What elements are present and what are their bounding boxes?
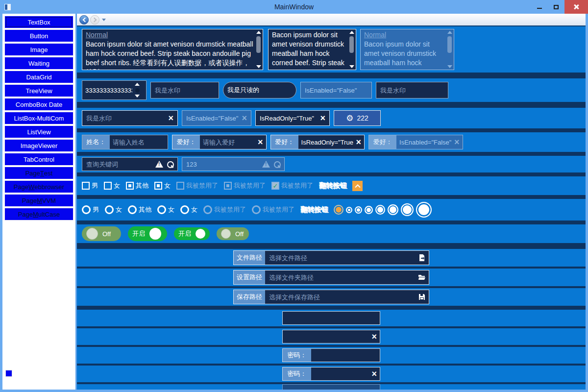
watermark-input[interactable] (155, 87, 215, 94)
readonly-pill-textbox[interactable] (223, 82, 296, 98)
clear-icon[interactable]: × (356, 138, 362, 147)
scrollbar[interactable] (255, 30, 262, 69)
close-button[interactable] (564, 0, 588, 14)
radio-female[interactable]: 女 (105, 205, 122, 214)
spinner-down-icon[interactable] (135, 95, 140, 98)
minimize-button[interactable] (531, 0, 548, 14)
sidebar-item-button[interactable]: Button (4, 29, 74, 42)
folder-path-input[interactable] (265, 270, 415, 284)
readonly-input[interactable] (298, 135, 356, 149)
toggle-on-small[interactable]: 开启 (174, 227, 210, 240)
radio-male[interactable]: 男 (82, 205, 99, 214)
save-path-field[interactable]: 保存路径 (233, 290, 429, 304)
radio-size-3[interactable] (365, 206, 373, 214)
textarea-normal[interactable]: NormalBacon ipsum dolor sit amet venison… (82, 29, 263, 70)
password-field-plain[interactable] (282, 311, 380, 325)
expander-button[interactable] (352, 181, 363, 191)
scroll-down-icon[interactable] (256, 65, 261, 68)
browse-folder-button[interactable] (415, 270, 429, 284)
hobby-input[interactable] (200, 135, 258, 149)
watermark-textbox[interactable] (150, 82, 219, 98)
readonly-input[interactable] (260, 115, 317, 122)
toggle-off-small[interactable]: Off (217, 227, 249, 240)
search-input[interactable] (86, 161, 153, 168)
radio-size-4[interactable] (375, 205, 385, 215)
number-spinner[interactable] (82, 80, 147, 100)
scrollbar[interactable] (348, 30, 355, 69)
password-input[interactable] (311, 349, 380, 362)
file-path-input[interactable] (265, 251, 415, 265)
name-input[interactable] (110, 135, 168, 149)
password-field-labeled[interactable]: 密码： (282, 348, 380, 362)
readonly-input[interactable] (227, 87, 292, 94)
radio-female2[interactable]: 女 (157, 205, 174, 214)
sidebar-item-pagetest[interactable]: PageTest (4, 167, 74, 179)
radio-orange-selected[interactable] (334, 205, 343, 215)
back-button[interactable] (79, 15, 89, 24)
checkbox-other[interactable]: 其他 (126, 181, 148, 190)
hobby-field-readonly[interactable]: 爱好： × (270, 135, 365, 149)
toggle-on-large[interactable]: 开启 (128, 226, 167, 241)
radio-female3[interactable]: 女 (180, 205, 197, 214)
clearable-textbox[interactable]: × (82, 110, 178, 126)
sidebar-item-pagemultcase[interactable]: PageMultCase (4, 208, 74, 220)
sidebar-item-tabcontrol[interactable]: TabControl (4, 153, 74, 166)
checkbox-female2[interactable]: 女 (154, 181, 171, 190)
radio-size-1[interactable] (346, 207, 352, 213)
browse-file-button[interactable] (415, 251, 429, 265)
radio-size-7[interactable] (416, 202, 432, 218)
maximize-button[interactable] (548, 0, 564, 14)
password-input[interactable] (311, 368, 371, 380)
search-box[interactable]: ! (82, 157, 178, 171)
clear-icon[interactable]: × (320, 114, 325, 122)
clear-icon[interactable]: × (258, 138, 263, 147)
save-path-input[interactable] (265, 290, 415, 304)
password-field-clearable[interactable]: × (282, 330, 380, 343)
watermark-textbox[interactable] (376, 82, 448, 98)
radio-size-6[interactable] (401, 203, 414, 216)
radio-size-5[interactable] (388, 204, 398, 215)
radio-size-2[interactable] (355, 206, 362, 214)
radio-other[interactable]: 其他 (128, 205, 151, 214)
sidebar-item-textbox[interactable]: TextBox (4, 16, 74, 28)
checkbox-male[interactable]: 男 (82, 181, 98, 190)
textarea-plain[interactable]: Bacon ipsum dolor sit amet venison drums… (268, 29, 356, 70)
scroll-thumb[interactable] (349, 36, 354, 53)
sidebar-item-listbox-multicom[interactable]: ListBox-MultiCom (4, 112, 74, 124)
spinner-up-icon[interactable] (135, 83, 140, 86)
scroll-up-icon[interactable] (256, 31, 261, 34)
spinner-input[interactable] (85, 87, 132, 94)
clearable-input[interactable] (86, 115, 165, 122)
clipped-field[interactable] (282, 384, 380, 390)
sidebar-item-datagrid[interactable]: DataGrid (4, 71, 74, 83)
clear-icon[interactable]: × (168, 114, 173, 122)
sidebar-item-pagemvvm[interactable]: PageMVVM (4, 194, 74, 207)
sidebar-item-pagewebbrowser[interactable]: PageWebbrowser (4, 180, 74, 193)
name-field[interactable]: 姓名： (82, 135, 168, 149)
clear-icon[interactable]: × (371, 369, 377, 378)
watermark-input[interactable] (380, 87, 444, 94)
hobby-field[interactable]: 爱好： × (172, 135, 267, 149)
folder-path-field[interactable]: 设置路径 (233, 270, 429, 285)
nav-dropdown-icon[interactable] (102, 19, 106, 21)
sidebar-item-image[interactable]: Image (4, 43, 74, 56)
sidebar-item-treeview[interactable]: TreeView (4, 84, 74, 97)
clear-icon[interactable]: × (371, 332, 377, 341)
sidebar-item-combobox-date[interactable]: ComboBox Date (4, 98, 74, 111)
password-field-labeled-clearable[interactable]: 密码： × (282, 367, 380, 381)
scroll-down-icon[interactable] (349, 65, 354, 68)
sidebar-item-waiting[interactable]: Waiting (4, 57, 74, 70)
gear-button[interactable]: ⚙ 222 (334, 110, 381, 126)
password-input[interactable] (283, 330, 371, 343)
sidebar-item-imageviewer[interactable]: ImageViewer (4, 139, 74, 152)
clearable-textbox-readonly[interactable]: × (255, 110, 330, 126)
password-input[interactable] (283, 312, 380, 324)
toggle-off-large[interactable]: Off (82, 226, 121, 241)
file-path-field[interactable]: 文件路径 (233, 250, 429, 265)
save-file-button[interactable] (415, 290, 429, 304)
checkbox-female[interactable]: 女 (104, 181, 120, 190)
scroll-up-icon[interactable] (349, 31, 354, 34)
search-icon[interactable] (167, 161, 173, 168)
spinner-drag-dot[interactable] (135, 88, 140, 93)
scroll-thumb[interactable] (256, 36, 261, 53)
